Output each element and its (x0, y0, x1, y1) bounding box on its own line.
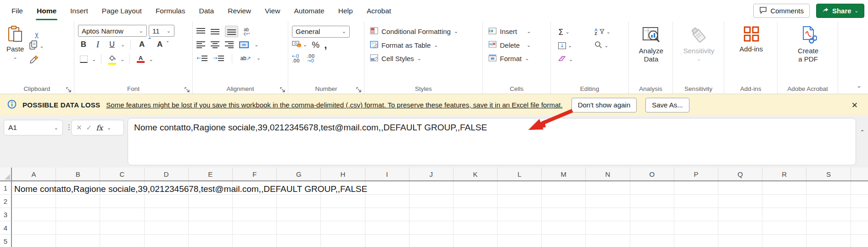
cell-M4[interactable] (542, 221, 586, 235)
format-cells-button[interactable]: Format ⌄ (488, 52, 548, 66)
cell-Q1[interactable] (718, 181, 762, 195)
cell-D3[interactable] (145, 208, 189, 221)
fill-button[interactable]: ↓ ⌄ (558, 39, 588, 51)
cell-F5[interactable] (233, 235, 277, 247)
cell-R2[interactable] (762, 195, 806, 208)
cell-A4[interactable] (12, 221, 56, 235)
share-button[interactable]: Share ⌄ (816, 4, 864, 18)
cell-M5[interactable] (542, 235, 586, 247)
comments-button[interactable]: Comments (753, 4, 810, 18)
cell-N2[interactable] (586, 195, 630, 208)
cell-A5[interactable] (12, 235, 56, 247)
cell-I5[interactable] (365, 235, 409, 247)
cell-P4[interactable] (674, 221, 718, 235)
cell-N4[interactable] (586, 221, 630, 235)
cell-D2[interactable] (145, 195, 189, 208)
borders-button[interactable] (78, 54, 89, 65)
cell-B3[interactable] (56, 208, 100, 221)
menu-tab-view[interactable]: View (258, 0, 287, 22)
format-as-table-button[interactable]: Format as Table ⌄ (370, 39, 480, 52)
cell-I1[interactable] (365, 181, 409, 195)
orientation-button[interactable]: ab↗ (240, 55, 251, 62)
decrease-indent-button[interactable]: ← (196, 55, 207, 62)
menu-tab-acrobat[interactable]: Acrobat (360, 0, 398, 22)
cell-E2[interactable] (189, 195, 233, 208)
cell-L5[interactable] (498, 235, 542, 247)
align-top-icon[interactable] (196, 28, 205, 35)
cell-clipped-1[interactable] (851, 181, 868, 195)
cell-L1[interactable] (498, 181, 542, 195)
cell-O1[interactable] (630, 181, 674, 195)
column-header-F[interactable]: F (233, 168, 277, 180)
create-pdf-button[interactable]: Create a PDF (781, 25, 835, 84)
cell-C4[interactable] (100, 221, 144, 235)
font-size-combobox[interactable]: 11 ⌄ (149, 25, 174, 37)
cell-O2[interactable] (630, 195, 674, 208)
cell-I4[interactable] (365, 221, 409, 235)
cell-Q2[interactable] (718, 195, 762, 208)
cell-M1[interactable] (542, 181, 586, 195)
italic-button[interactable]: I (92, 39, 103, 50)
column-header-L[interactable]: L (498, 168, 542, 180)
row-header-1[interactable]: 1 (0, 181, 12, 195)
cell-N3[interactable] (586, 208, 630, 221)
formula-input[interactable]: Nome contatto,Ragione sociale,39,0212345… (128, 118, 856, 165)
row-header-2[interactable]: 2 (0, 195, 12, 208)
cell-N5[interactable] (586, 235, 630, 247)
cell-K3[interactable] (454, 208, 498, 221)
cell-N1[interactable] (586, 181, 630, 195)
cell-D1[interactable] (145, 181, 189, 195)
wrap-text-icon[interactable]: ab c↩ (244, 28, 250, 36)
cell-clipped-5[interactable] (851, 235, 868, 247)
column-header-G[interactable]: G (277, 168, 321, 180)
cell-F2[interactable] (233, 195, 277, 208)
column-header-clipped[interactable] (851, 168, 868, 180)
row-header-3[interactable]: 3 (0, 208, 12, 221)
cell-H4[interactable] (321, 221, 365, 235)
column-header-C[interactable]: C (100, 168, 144, 180)
cell-K5[interactable] (454, 235, 498, 247)
menu-tab-automate[interactable]: Automate (287, 0, 331, 22)
column-header-N[interactable]: N (586, 168, 630, 180)
merge-center-icon[interactable]: ↔ (239, 41, 249, 48)
cell-L4[interactable] (498, 221, 542, 235)
cell-S4[interactable] (806, 221, 851, 235)
column-header-I[interactable]: I (365, 168, 409, 180)
column-header-S[interactable]: S (806, 168, 851, 180)
accounting-format-button[interactable]: ⌄ (292, 40, 307, 50)
increase-font-button[interactable]: A^ (136, 39, 147, 50)
menu-tab-insert[interactable]: Insert (63, 0, 95, 22)
cell-clipped-4[interactable] (851, 221, 868, 235)
cell-clipped-3[interactable] (851, 208, 868, 221)
cell-G4[interactable] (277, 221, 321, 235)
column-header-Q[interactable]: Q (718, 168, 762, 180)
conditional-formatting-button[interactable]: Conditional Formatting ⌄ (370, 25, 480, 39)
cell-G3[interactable] (277, 208, 321, 221)
menu-tab-home[interactable]: Home (30, 0, 63, 22)
cell-P3[interactable] (674, 208, 718, 221)
cell-J5[interactable] (409, 235, 454, 247)
format-painter-button[interactable] (29, 55, 44, 65)
cell-A1[interactable] (12, 181, 56, 195)
number-dialog-launcher-icon[interactable] (356, 86, 362, 91)
column-header-J[interactable]: J (409, 168, 454, 180)
insert-function-icon[interactable]: fx (96, 124, 103, 132)
font-color-button[interactable]: A (135, 54, 146, 65)
borders-chevron-icon[interactable]: ⌄ (92, 57, 96, 62)
underline-chevron-icon[interactable]: ⌄ (121, 42, 125, 47)
cell-H5[interactable] (321, 235, 365, 247)
cell-C5[interactable] (100, 235, 144, 247)
cell-F3[interactable] (233, 208, 277, 221)
warning-message-link[interactable]: Some features might be lost if you save … (106, 101, 562, 109)
cell-P5[interactable] (674, 235, 718, 247)
fill-color-chevron-icon[interactable]: ⌄ (120, 57, 124, 62)
font-name-combobox[interactable]: Aptos Narrow ⌄ (78, 25, 147, 37)
cell-G1[interactable] (277, 181, 321, 195)
sensitivity-button-disabled[interactable]: Sensitivity ⌄ (677, 25, 721, 84)
column-header-K[interactable]: K (454, 168, 498, 180)
column-header-M[interactable]: M (542, 168, 586, 180)
menu-tab-help[interactable]: Help (331, 0, 360, 22)
cell-O5[interactable] (630, 235, 674, 247)
cell-S3[interactable] (806, 208, 851, 221)
clipboard-dialog-launcher-icon[interactable] (66, 86, 72, 91)
